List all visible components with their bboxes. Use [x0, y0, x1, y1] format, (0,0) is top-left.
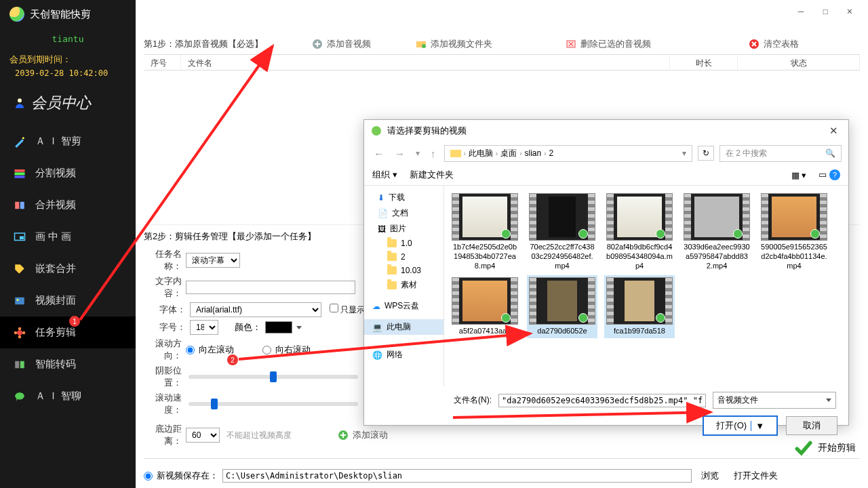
file-open-dialog: 请选择要剪辑的视频 ✕ ← → ▾ ↑ ›此电脑 ›桌面 ›slian ›2 ▾… — [363, 119, 849, 426]
save-new-radio[interactable]: 新视频保存在： — [144, 470, 218, 482]
sidebar-item-nest-merge[interactable]: 嵌套合并 — [0, 253, 136, 285]
taskname-select[interactable]: 滚动字幕 — [186, 253, 240, 268]
maximize-button[interactable]: ☐ — [819, 5, 831, 16]
only-show-check[interactable]: 只显示 — [330, 304, 365, 316]
scroll-right-radio[interactable]: 向右滚动 — [262, 344, 311, 356]
svg-point-15 — [22, 331, 26, 334]
svg-rect-2 — [15, 169, 25, 172]
breadcrumb[interactable]: ›此电脑 ›桌面 ›slian ›2 ▾ — [444, 145, 693, 162]
svg-point-14 — [14, 331, 18, 334]
file-item[interactable]: da2790d6052e — [527, 275, 597, 338]
text-input[interactable] — [186, 281, 355, 294]
open-button[interactable]: 打开(O)▼ — [703, 415, 778, 436]
clear-table-label: 清空表格 — [764, 38, 799, 50]
sidebar-item-pip[interactable]: 画 中 画 — [0, 221, 136, 253]
file-item[interactable]: 3039d6ea2eec9930a59795847abdd832.mp4 — [682, 191, 752, 272]
minimize-button[interactable]: — — [795, 5, 807, 16]
bottom-margin-select[interactable]: 60 — [186, 428, 220, 443]
organize-menu[interactable]: 组织 ▾ — [372, 169, 397, 181]
pip-icon — [14, 231, 26, 243]
sidebar-item-split[interactable]: 分割视频 — [0, 157, 136, 189]
svg-point-13 — [18, 335, 22, 338]
sidebar-item-label: 合并视频 — [35, 199, 76, 211]
text-label: 文字内容： — [144, 275, 182, 300]
username: tiantu — [0, 34, 136, 44]
sidebar-item-merge[interactable]: 合并视频 — [0, 189, 136, 221]
svg-rect-5 — [15, 201, 19, 209]
scroll-left-radio[interactable]: 向左滚动 — [186, 344, 234, 356]
dialog-close-button[interactable]: ✕ — [825, 125, 842, 137]
chevron-down-icon[interactable] — [296, 326, 302, 329]
tree-f1003[interactable]: 10.03 — [364, 264, 443, 277]
up-button[interactable]: ↑ — [428, 148, 439, 159]
scroll-dir-label: 滚动方向： — [144, 338, 182, 362]
svg-point-1 — [22, 137, 24, 139]
svg-rect-3 — [15, 172, 25, 175]
browse-button[interactable]: 浏览 — [696, 468, 724, 483]
file-item[interactable]: 802af4b9db6cf9cd4b098954348094a.mp4 — [604, 191, 675, 272]
search-input[interactable]: 在 2 中搜索 🔍 — [719, 145, 842, 162]
sidebar-item-cover[interactable]: 视频封面 — [0, 285, 136, 317]
add-av-button[interactable]: 添加音视频 — [312, 38, 371, 50]
file-item[interactable]: 70ec252cc2ff7c43803c2924956482ef.mp4 — [527, 191, 597, 272]
view-mode-button[interactable]: ▦ ▾ — [791, 170, 807, 180]
fontsize-select[interactable]: 18 — [190, 320, 218, 335]
fontsize-label: 字号： — [149, 321, 186, 333]
color-label: 颜色： — [235, 321, 261, 333]
preview-button[interactable]: ▭ ? — [818, 169, 840, 180]
forward-button[interactable]: → — [392, 148, 408, 159]
app-logo-icon — [9, 7, 24, 22]
tree-pic[interactable]: 🖼图片 — [364, 221, 443, 237]
tree-download[interactable]: ⬇下载 — [364, 190, 443, 205]
tree-material[interactable]: 素材 — [364, 277, 443, 293]
color-picker[interactable] — [265, 321, 292, 333]
tree-doc[interactable]: 📄文档 — [364, 205, 443, 221]
sidebar-item-transcode[interactable]: 智能转码 — [0, 348, 136, 380]
speed-slider[interactable] — [189, 402, 358, 406]
speed-label: 滚动速度： — [144, 392, 182, 416]
add-folder-label: 添加视频文件夹 — [431, 38, 492, 50]
back-button[interactable]: ← — [371, 148, 387, 159]
new-folder-button[interactable]: 新建文件夹 — [410, 169, 454, 181]
help-icon[interactable]: ? — [829, 169, 840, 180]
sidebar-item-label: 视频封面 — [35, 294, 76, 307]
col-file: 文件名 — [181, 55, 670, 70]
file-item[interactable]: fca1b997da518 — [604, 275, 675, 338]
expire-date: 2039-02-28 10:42:00 — [0, 68, 136, 78]
font-select[interactable]: Arial(arial.ttf) — [190, 302, 321, 317]
merge-icon — [14, 199, 26, 211]
bottom-margin-hint: 不能超过视频高度 — [226, 430, 292, 441]
save-path-input[interactable] — [222, 469, 692, 483]
svg-rect-26 — [450, 150, 461, 157]
tree-network[interactable]: 🌐网络 — [364, 347, 443, 363]
svg-rect-17 — [20, 361, 24, 368]
tree-f10[interactable]: 1.0 — [364, 237, 443, 250]
tree-pc[interactable]: 💻此电脑 — [364, 319, 443, 335]
gear-flower-icon — [14, 327, 26, 339]
cancel-button[interactable]: 取消 — [786, 416, 837, 435]
shadow-slider[interactable] — [189, 375, 358, 379]
dialog-title: 请选择要剪辑的视频 — [387, 125, 467, 137]
sidebar-item-task-clip[interactable]: 任务剪辑 — [0, 317, 136, 348]
tree-f2[interactable]: 2 — [364, 250, 443, 264]
svg-point-11 — [17, 330, 22, 336]
recent-dropdown[interactable]: ▾ — [413, 148, 422, 158]
file-item[interactable]: a5f2a07413aa0 — [450, 275, 520, 338]
delete-selected-button[interactable]: 删除已选的音视频 — [566, 38, 651, 50]
font-label: 字体： — [149, 304, 186, 316]
step1-label: 第1步：添加原音视频【必选】 — [144, 38, 263, 50]
file-item[interactable]: 590005e915652365d2cb4fa4bb01134e.mp4 — [759, 191, 829, 272]
svg-rect-16 — [15, 361, 19, 368]
add-folder-button[interactable]: 添加视频文件夹 — [416, 38, 492, 50]
tree-wps[interactable]: ☁WPS云盘 — [364, 298, 443, 314]
sidebar-item-ai-clip[interactable]: Ａ Ｉ 智剪 — [0, 125, 136, 157]
vip-center-button[interactable]: 会员中心 — [0, 89, 136, 125]
file-item[interactable]: 1b7cf4e2505d2e0b194853b4b0727ea8.mp4 — [450, 191, 520, 272]
close-button[interactable]: ✕ — [844, 5, 856, 16]
open-folder-button[interactable]: 打开文件夹 — [728, 468, 783, 483]
refresh-button[interactable]: ↻ — [698, 146, 714, 161]
clear-table-button[interactable]: 清空表格 — [749, 38, 799, 50]
sidebar-item-ai-chat[interactable]: Ａ Ｉ 智聊 — [0, 380, 136, 412]
filter-select[interactable]: 音视频文件 — [713, 392, 836, 409]
filename-input[interactable] — [498, 394, 706, 407]
